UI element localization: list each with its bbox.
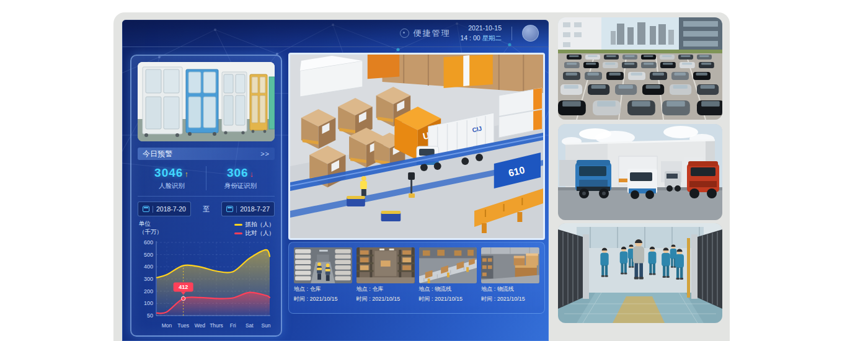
svg-text:Mon: Mon	[162, 322, 172, 329]
alert-more-link[interactable]: >>	[260, 150, 270, 157]
camera-feed-strip: 地点 : 仓库 时间 : 2021/10/15 地点	[288, 242, 545, 314]
camera-feed-3: 地点 : 物流线 时间 : 2021/10/15	[419, 247, 477, 308]
pill-divider	[153, 206, 153, 213]
current-date: 2021-10-15	[460, 24, 502, 33]
brand-logo-icon	[400, 29, 409, 38]
pill-divider	[236, 206, 237, 213]
stat-label: 人脸识别	[138, 182, 206, 190]
storage-cabinets-illustration	[138, 62, 275, 141]
legend-item-capture: 抓拍（人）	[234, 220, 275, 229]
camera-time: 时间 : 2021/10/15	[356, 295, 415, 303]
header-divider	[512, 27, 512, 40]
date-range-separator: 至	[203, 205, 210, 214]
current-time: 14 : 00	[460, 34, 480, 42]
svg-text:412: 412	[179, 284, 188, 290]
camera-time: 时间 : 2021/10/15	[481, 295, 539, 303]
alert-stats: 3046↑ 人脸识别 306↓ 身份证识别	[138, 160, 275, 197]
camera-feed-2: 地点 : 仓库 时间 : 2021/10/15	[356, 247, 415, 308]
svg-text:600: 600	[144, 239, 153, 246]
svg-text:400: 400	[144, 264, 153, 270]
legend-swatch-yellow	[234, 224, 242, 226]
camera-location: 地点 : 物流线	[481, 285, 539, 293]
svg-text:Tues: Tues	[177, 322, 189, 329]
camera-time: 时间 : 2021/10/15	[419, 295, 477, 303]
stat-value: 306↓	[206, 166, 275, 180]
camera-thumbnail-conveyor[interactable]	[419, 247, 477, 283]
chart-header: 单位 （千万） 抓拍（人） 比对（人）	[138, 220, 275, 237]
camera-location: 地点 : 仓库	[356, 285, 415, 293]
camera-thumbnail-shelves[interactable]	[356, 247, 415, 283]
dashboard-header: 便捷管理 2021-10-15 14 : 00 星期二	[122, 20, 549, 47]
svg-text:Fri: Fri	[230, 322, 236, 329]
svg-text:100: 100	[144, 300, 153, 306]
stat-label: 身份证识别	[206, 182, 275, 190]
datetime-display: 2021-10-15 14 : 00 星期二	[460, 24, 502, 43]
date-to-input[interactable]: 2018-7-27	[221, 202, 275, 216]
svg-text:50: 50	[147, 312, 153, 319]
trend-up-icon: ↑	[184, 169, 189, 179]
legend-item-compare: 比对（人）	[234, 229, 275, 237]
trend-chart-panel: 单位 （千万） 抓拍（人） 比对（人） 50100200	[138, 220, 275, 330]
svg-text:Sun: Sun	[261, 322, 270, 329]
calendar-icon	[226, 206, 233, 212]
camera-feed-1: 地点 : 仓库 时间 : 2021/10/15	[294, 247, 352, 308]
app-title: 便捷管理	[413, 28, 450, 39]
alert-header: 今日预警 >>	[138, 148, 275, 160]
svg-text:Wed: Wed	[195, 322, 206, 329]
date-range-filter: 2018-7-20 至 2018-7-27	[138, 202, 275, 216]
trend-down-icon: ↓	[250, 169, 255, 179]
storage-cabinets-photo	[138, 62, 275, 141]
parking-lot-photo	[558, 17, 722, 120]
stat-value: 3046↑	[138, 166, 206, 180]
svg-text:300: 300	[144, 276, 153, 282]
user-avatar[interactable]	[522, 25, 539, 42]
camera-location: 地点 : 仓库	[294, 285, 352, 293]
workers-walking-photo	[558, 223, 722, 323]
svg-text:500: 500	[144, 252, 153, 258]
camera-thumbnail-workers[interactable]	[294, 247, 352, 283]
date-to-value: 2018-7-27	[240, 205, 270, 213]
calendar-icon	[143, 206, 149, 212]
chart-unit-label: 单位 （千万）	[138, 220, 162, 236]
chart-legend: 抓拍（人） 比对（人）	[234, 220, 275, 238]
camera-time: 时间 : 2021/10/15	[294, 295, 352, 303]
svg-text:Thurs: Thurs	[210, 322, 223, 329]
date-from-input[interactable]: 2018-7-20	[138, 202, 191, 216]
logistics-dashboard: 便捷管理 2021-10-15 14 : 00 星期二	[122, 20, 549, 341]
camera-location: 地点 : 物流线	[419, 285, 477, 293]
main-warehouse-view: U5 CIJ	[288, 53, 545, 240]
current-weekday: 星期二	[482, 34, 502, 42]
trucks-photo	[558, 124, 722, 220]
left-info-panel: 今日预警 >> 3046↑ 人脸识别 306↓ 身份证识别 2018-7-20	[130, 55, 282, 337]
alert-title: 今日预警	[143, 149, 172, 159]
trend-line-chart: 50100200300400500600MonTuesWedThursFriSa…	[138, 237, 275, 330]
stat-face-recognition: 3046↑ 人脸识别	[138, 166, 206, 190]
brand: 便捷管理	[400, 28, 450, 39]
date-from-value: 2018-7-20	[156, 205, 186, 213]
legend-swatch-red	[234, 232, 242, 234]
camera-thumbnail-boxes[interactable]	[481, 247, 539, 283]
stat-id-recognition: 306↓ 身份证识别	[206, 166, 275, 190]
warehouse-illustration: U5 CIJ	[290, 55, 543, 238]
svg-text:200: 200	[144, 288, 153, 294]
svg-text:Sat: Sat	[246, 322, 254, 329]
camera-feed-4: 地点 : 物流线 时间 : 2021/10/15	[481, 247, 539, 308]
screenshot-stage: 便捷管理 2021-10-15 14 : 00 星期二	[0, 0, 868, 341]
current-time-row: 14 : 00 星期二	[460, 33, 502, 43]
